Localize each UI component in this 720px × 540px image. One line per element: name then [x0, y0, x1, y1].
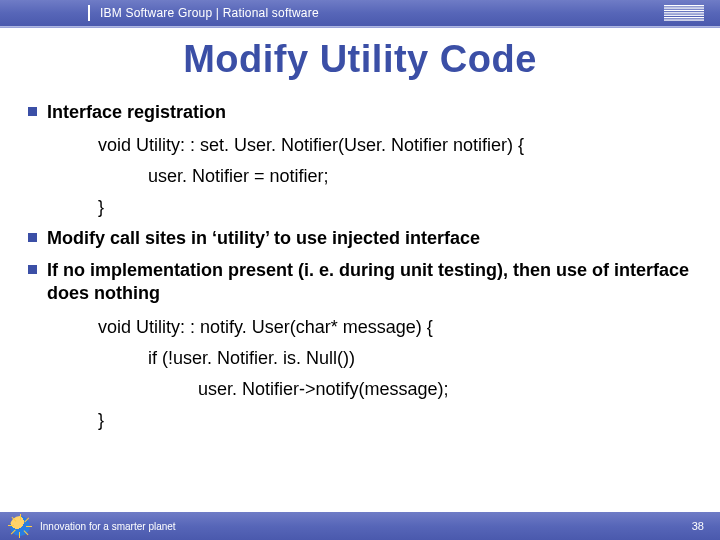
svg-rect-1 [664, 7, 704, 8]
code-line-4: void Utility: : notify. User(char* messa… [98, 314, 692, 341]
content-area: Interface registration void Utility: : s… [0, 95, 720, 512]
bullet-square-icon [28, 107, 37, 116]
topbar-text: IBM Software Group | Rational software [100, 6, 319, 20]
svg-rect-0 [664, 5, 704, 6]
bullet-square-icon [28, 265, 37, 274]
footer-bar: Innovation for a smarter planet 38 [0, 512, 720, 540]
bullet-1: Interface registration [28, 101, 692, 124]
ibm-logo-icon [664, 5, 704, 21]
globe-icon [10, 516, 30, 536]
svg-rect-6 [664, 19, 704, 20]
svg-rect-5 [664, 17, 704, 18]
slide-title: Modify Utility Code [0, 38, 720, 81]
code-line-7: } [98, 407, 692, 434]
svg-rect-3 [664, 12, 704, 13]
bullet-2-text: Modify call sites in ‘utility’ to use in… [47, 227, 480, 250]
code-line-6: user. Notifier->notify(message); [198, 376, 692, 403]
topbar-divider [88, 5, 90, 21]
footer-tagline: Innovation for a smarter planet [40, 521, 176, 532]
svg-rect-2 [664, 10, 704, 11]
bullet-1-text: Interface registration [47, 101, 226, 124]
page-number: 38 [692, 520, 704, 532]
bullet-3: If no implementation present (i. e. duri… [28, 259, 692, 306]
bullet-2: Modify call sites in ‘utility’ to use in… [28, 227, 692, 250]
code-line-1: void Utility: : set. User. Notifier(User… [98, 132, 692, 159]
bullet-3-text: If no implementation present (i. e. duri… [47, 259, 692, 306]
code-line-2: user. Notifier = notifier; [148, 163, 692, 190]
bullet-square-icon [28, 233, 37, 242]
svg-rect-4 [664, 15, 704, 16]
top-bar: IBM Software Group | Rational software [0, 0, 720, 26]
slide: IBM Software Group | Rational software M… [0, 0, 720, 540]
code-line-3: } [98, 194, 692, 221]
code-line-5: if (!user. Notifier. is. Null()) [148, 345, 692, 372]
accent-bar [0, 26, 720, 28]
